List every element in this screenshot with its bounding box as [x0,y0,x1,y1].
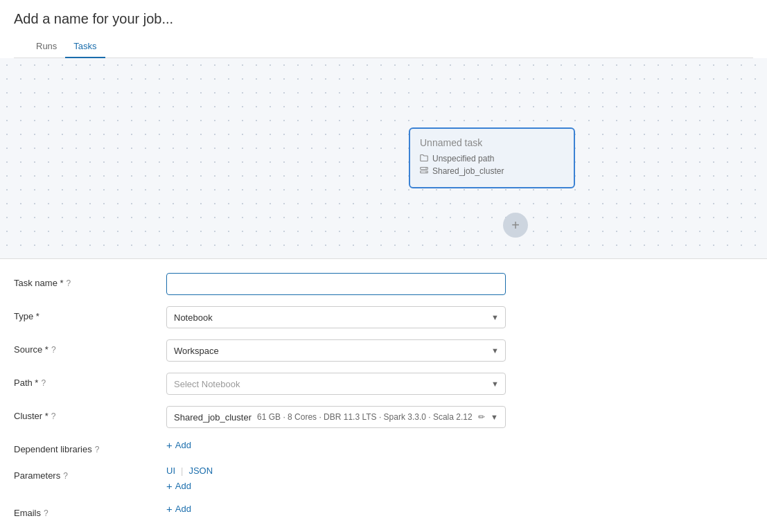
add-retries-button[interactable]: + Add [166,529,506,532]
emails-control: + Add [166,503,506,515]
add-emails-button[interactable]: + Add [166,503,506,515]
retries-row: Retries ? + Add [14,529,753,532]
parameters-json-link[interactable]: JSON [188,466,213,476]
parameters-help-icon[interactable]: ? [63,471,68,481]
add-dependent-libraries-button[interactable]: + Add [166,439,506,451]
task-name-label: Task name * ? [14,273,166,288]
task-name-row: Task name * ? [14,273,753,295]
task-name-help-icon[interactable]: ? [67,278,71,288]
parameters-type-links: UI | JSON [166,466,506,476]
add-task-button[interactable]: + [503,213,528,238]
dependent-libraries-help-icon[interactable]: ? [95,445,100,454]
emails-help-icon[interactable]: ? [44,508,49,518]
retries-label: Retries ? [14,529,166,532]
cluster-selector[interactable]: Shared_job_cluster 61 GB · 8 Cores · DBR… [166,406,506,428]
task-card-cluster-label: Shared_job_cluster [432,166,504,176]
source-select[interactable]: Workspace Git Provider [166,339,506,362]
plus-icon: + [166,439,173,451]
type-row: Type * Notebook Python Spark JAR ▼ [14,306,753,328]
page-title: Add a name for your job... [14,11,753,27]
task-card[interactable]: Unnamed task Unspecified path Shared_job… [409,127,575,188]
source-control: Workspace Git Provider ▼ [166,339,506,362]
task-card-path-label: Unspecified path [432,154,494,163]
cluster-control: Shared_job_cluster 61 GB · 8 Cores · DBR… [166,406,506,428]
emails-label: Emails ? [14,503,166,518]
task-name-input[interactable] [166,273,506,295]
canvas-area: Unnamed task Unspecified path Shared_job… [0,58,767,259]
folder-icon [420,154,428,163]
form-area: Task name * ? Type * Notebook Python Spa… [0,259,767,532]
type-label: Type * [14,306,166,321]
task-card-path-row: Unspecified path [420,154,564,163]
source-label: Source * ? [14,339,166,355]
source-row: Source * ? Workspace Git Provider ▼ [14,339,753,362]
task-card-title: Unnamed task [420,137,564,148]
cluster-help-icon[interactable]: ? [51,411,56,421]
parameters-ui-link[interactable]: UI [166,466,175,476]
tab-runs[interactable]: Runs [28,35,65,58]
cluster-name: Shared_job_cluster [174,412,252,423]
plus-icon: + [166,529,173,532]
cluster-chevron-icon[interactable]: ▼ [491,413,498,421]
dependent-libraries-label: Dependent libraries ? [14,439,166,454]
type-select-wrapper: Notebook Python Spark JAR ▼ [166,306,506,328]
cluster-edit-icon[interactable]: ✏ [478,412,485,422]
cluster-row: Cluster * ? Shared_job_cluster 61 GB · 8… [14,406,753,428]
path-select-wrapper: Select Notebook ▼ [166,373,506,395]
path-control: Select Notebook ▼ [166,373,506,395]
emails-row: Emails ? + Add [14,503,753,518]
cluster-icon [420,166,428,176]
parameters-label: Parameters ? [14,466,166,481]
tab-tasks[interactable]: Tasks [65,35,105,58]
path-label: Path * ? [14,373,166,388]
plus-icon: + [166,503,173,515]
add-parameters-button[interactable]: + Add [166,480,506,492]
svg-point-3 [425,172,427,173]
source-select-wrapper: Workspace Git Provider ▼ [166,339,506,362]
path-help-icon[interactable]: ? [41,378,46,388]
plus-icon: + [166,480,173,492]
path-select[interactable]: Select Notebook [166,373,506,395]
cluster-label: Cluster * ? [14,406,166,421]
dependent-libraries-row: Dependent libraries ? + Add [14,439,753,454]
tabs-bar: Runs Tasks [14,35,753,58]
path-row: Path * ? Select Notebook ▼ [14,373,753,395]
source-help-icon[interactable]: ? [51,345,56,355]
task-name-control [166,273,506,295]
dependent-libraries-control: + Add [166,439,506,451]
cluster-meta: 61 GB · 8 Cores · DBR 11.3 LTS · Spark 3… [257,412,473,422]
task-card-cluster-row: Shared_job_cluster [420,166,564,176]
parameters-control: UI | JSON + Add [166,466,506,492]
type-select[interactable]: Notebook Python Spark JAR [166,306,506,328]
parameters-row: Parameters ? UI | JSON + Add [14,466,753,492]
type-control: Notebook Python Spark JAR ▼ [166,306,506,328]
svg-point-2 [425,168,427,169]
retries-control: + Add [166,529,506,532]
